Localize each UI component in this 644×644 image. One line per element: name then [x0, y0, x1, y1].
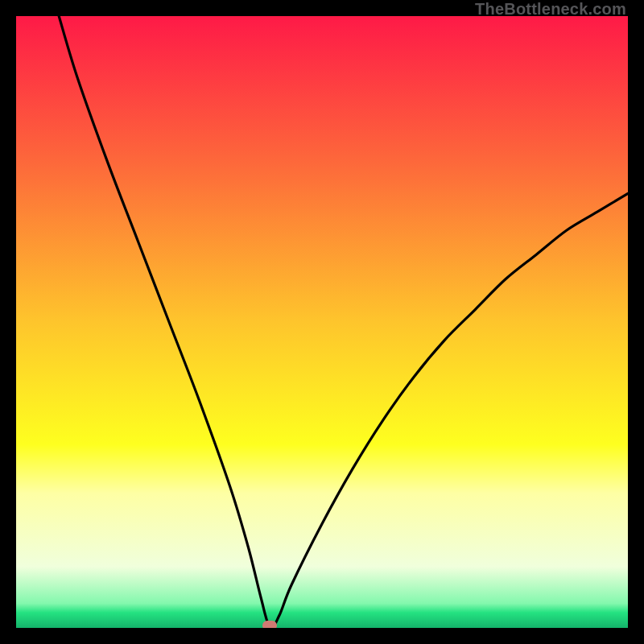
bottleneck-curve — [16, 16, 628, 628]
plot-area — [16, 16, 628, 628]
chart-frame: TheBottleneck.com — [0, 0, 644, 644]
minimum-marker — [262, 621, 277, 628]
watermark-text: TheBottleneck.com — [475, 0, 626, 19]
